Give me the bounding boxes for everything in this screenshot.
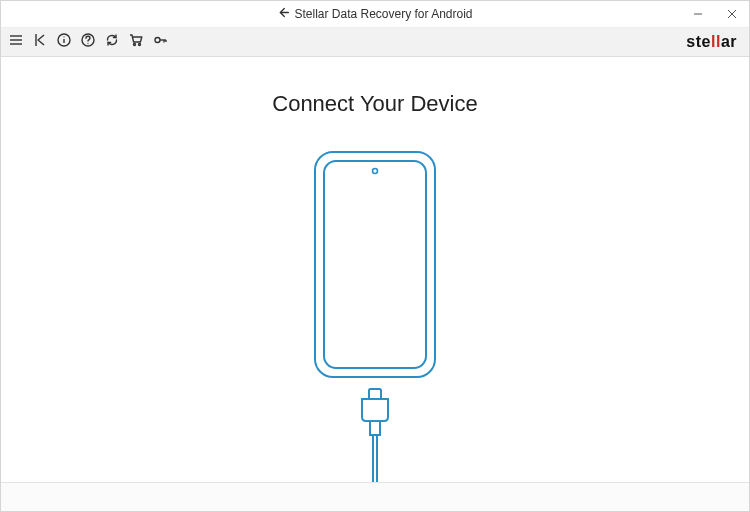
- device-illustration: [300, 147, 450, 482]
- toolbar: stellar: [1, 28, 749, 57]
- svg-rect-18: [315, 152, 435, 377]
- svg-point-12: [134, 44, 136, 46]
- svg-point-9: [63, 36, 64, 37]
- menu-icon: [8, 32, 24, 52]
- titlebar: Stellar Data Recovery for Android: [1, 1, 749, 28]
- svg-point-14: [155, 38, 160, 43]
- svg-point-13: [139, 44, 141, 46]
- app-title: Stellar Data Recovery for Android: [294, 7, 472, 21]
- info-icon: [56, 32, 72, 52]
- status-bar: [1, 482, 749, 511]
- refresh-icon: [104, 32, 120, 52]
- info-button[interactable]: [55, 33, 73, 51]
- svg-point-11: [87, 43, 88, 44]
- window-controls: [681, 1, 749, 27]
- brand-suffix: ar: [721, 33, 737, 50]
- cart-icon: [128, 32, 144, 52]
- key-icon: [152, 32, 168, 52]
- page-heading: Connect Your Device: [272, 91, 477, 117]
- key-button[interactable]: [151, 33, 169, 51]
- app-back-icon: [277, 6, 290, 22]
- svg-rect-21: [369, 389, 381, 399]
- title-wrap: Stellar Data Recovery for Android: [1, 6, 749, 22]
- phone-cable-icon: [300, 147, 450, 482]
- back-to-start-icon: [32, 32, 48, 52]
- help-icon: [80, 32, 96, 52]
- main-content: Connect Your Device: [1, 57, 749, 482]
- refresh-button[interactable]: [103, 33, 121, 51]
- app-window: Stellar Data Recovery for Android: [0, 0, 750, 512]
- svg-rect-19: [324, 161, 426, 368]
- brand-accent: ll: [711, 33, 721, 50]
- brand-logo: stellar: [686, 33, 743, 51]
- minimize-button[interactable]: [681, 1, 715, 27]
- brand-prefix: ste: [686, 33, 711, 50]
- back-button[interactable]: [31, 33, 49, 51]
- svg-point-20: [373, 169, 378, 174]
- cart-button[interactable]: [127, 33, 145, 51]
- close-button[interactable]: [715, 1, 749, 27]
- help-button[interactable]: [79, 33, 97, 51]
- menu-button[interactable]: [7, 33, 25, 51]
